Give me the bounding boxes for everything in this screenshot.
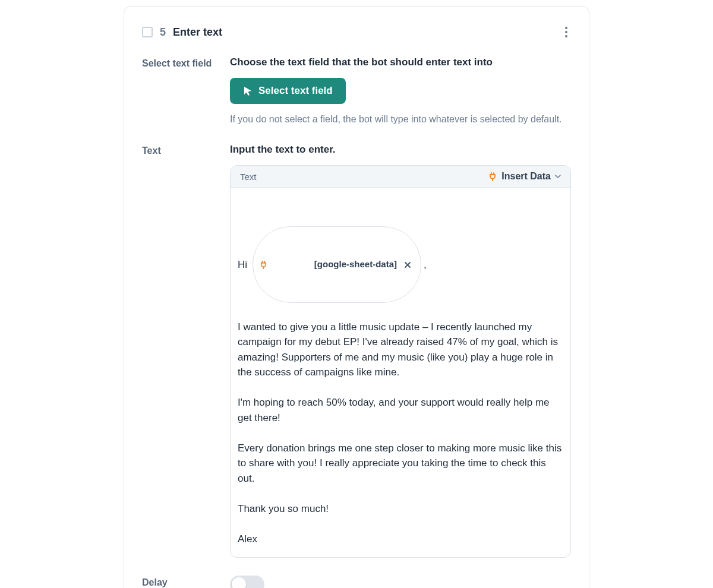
select-text-field-button[interactable]: Select text field: [230, 78, 346, 104]
editor-toolbar: Text Insert Data: [231, 166, 570, 188]
plug-icon: [259, 230, 310, 299]
chevron-down-icon: [555, 173, 561, 179]
text-paragraph-3: Thank you so much!: [238, 503, 329, 514]
chip-remove-button[interactable]: [402, 259, 414, 271]
text-intro-suffix: ,: [424, 257, 427, 273]
google-sheet-data-chip[interactable]: [google-sheet-data]: [253, 226, 421, 303]
step-card: 5 Enter text Select text field Choose th…: [124, 6, 589, 588]
editor-toolbar-label: Text: [240, 172, 257, 182]
step-header: 5 Enter text: [142, 24, 571, 40]
step-checkbox[interactable]: [142, 27, 153, 37]
text-editor: Text Insert Data: [230, 165, 571, 558]
text-paragraph-4: Alex: [238, 533, 257, 545]
more-options-button[interactable]: [561, 24, 571, 40]
text-row: Text Input the text to enter. Text: [142, 144, 571, 558]
select-text-field-helper: If you do not select a field, the bot wi…: [230, 112, 571, 126]
step-title: Enter text: [173, 26, 222, 39]
select-text-field-row: Select text field Choose the text field …: [142, 56, 571, 126]
select-text-field-button-label: Select text field: [258, 85, 333, 97]
text-heading: Input the text to enter.: [230, 144, 571, 156]
text-paragraph-2: Every donation brings me one step closer…: [238, 442, 564, 484]
insert-data-button[interactable]: Insert Data: [488, 171, 561, 182]
cursor-icon: [243, 86, 253, 96]
delay-label: Delay: [142, 576, 213, 588]
delay-toggle[interactable]: [230, 576, 264, 588]
step-number: 5: [160, 26, 166, 39]
text-paragraph-1: I'm hoping to reach 50% today, and your …: [238, 397, 552, 423]
delay-row: Delay: [142, 576, 571, 588]
text-row-label: Text: [142, 144, 213, 558]
plug-icon: [488, 172, 497, 181]
text-paragraph-0: I wanted to give you a little music upda…: [238, 321, 561, 378]
insert-data-label: Insert Data: [501, 171, 551, 182]
select-text-field-heading: Choose the text field that the bot shoul…: [230, 56, 571, 68]
text-intro-prefix: Hi: [238, 257, 250, 273]
text-intro-line: Hi [google-sheet-data]: [238, 226, 563, 303]
select-text-field-label: Select text field: [142, 56, 213, 126]
text-input-area[interactable]: Hi [google-sheet-data]: [231, 188, 570, 557]
chip-label: [google-sheet-data]: [314, 258, 397, 271]
